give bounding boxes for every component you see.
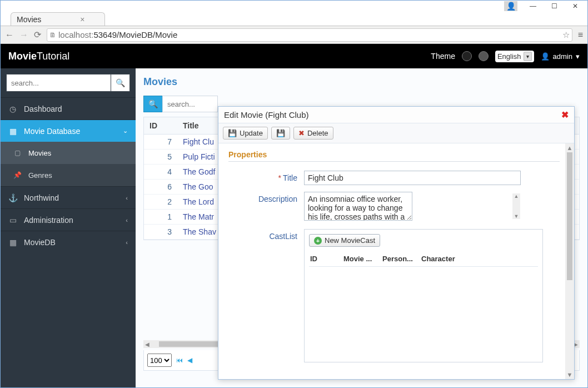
update-button-label: Update: [240, 129, 263, 137]
sidebar-subitem-label: Movies: [28, 149, 51, 157]
user-menu[interactable]: 👤 admin ▾: [541, 52, 580, 61]
sidebar-item-moviedb[interactable]: ▦ MovieDB ‹: [1, 231, 136, 253]
theme-label: Theme: [431, 52, 455, 61]
delete-icon: ✖: [298, 129, 305, 137]
delete-button[interactable]: ✖ Delete: [293, 127, 333, 140]
admin-icon: ▭: [8, 216, 17, 225]
label-castlist: CastList: [228, 229, 304, 241]
sidebar-search-button[interactable]: 🔍: [111, 74, 130, 92]
forward-button[interactable]: →: [19, 30, 28, 40]
update-button[interactable]: 💾 Update: [223, 127, 268, 140]
cell-id: 4: [144, 165, 177, 179]
sidebar-item-dashboard[interactable]: ◷ Dashboard: [1, 97, 136, 120]
save-icon: 💾: [276, 129, 285, 137]
theme-swatch-gray[interactable]: [479, 51, 489, 61]
page-size-select[interactable]: 100: [147, 354, 172, 367]
sidebar-search-input[interactable]: [6, 74, 111, 92]
textarea-scrollbar[interactable]: ▲▼: [512, 193, 520, 219]
pager-prev-button[interactable]: ◀: [187, 356, 192, 364]
cell-id: 6: [144, 180, 177, 194]
user-name: admin: [553, 52, 572, 61]
url-host: localhost:: [58, 30, 93, 39]
delete-button-label: Delete: [307, 129, 328, 137]
app-title: MovieTutorial: [8, 51, 69, 62]
title-field[interactable]: [304, 171, 521, 185]
cast-column-person[interactable]: Person...: [382, 255, 421, 263]
tab-close-icon[interactable]: ×: [80, 15, 84, 24]
sidebar-subitem-label: Genres: [28, 171, 52, 180]
cell-id: 5: [144, 150, 177, 164]
scroll-up-icon[interactable]: ▲: [567, 145, 573, 151]
url-bar[interactable]: 🗎 localhost:53649/MovieDB/Movie ☆: [47, 28, 572, 42]
cell-id: 3: [144, 225, 177, 239]
chevron-left-icon: ‹: [126, 195, 128, 201]
back-button[interactable]: ←: [5, 30, 14, 40]
cell-id: 1: [144, 210, 177, 224]
language-label: English: [497, 52, 521, 61]
pager-first-button[interactable]: ⏮: [176, 356, 183, 364]
moviedb-icon: ▦: [8, 238, 17, 247]
save-icon-button[interactable]: 💾: [271, 127, 290, 140]
bookmark-star-icon[interactable]: ☆: [562, 30, 570, 40]
sidebar-item-administration[interactable]: ▭ Administration ‹: [1, 208, 136, 231]
sidebar-subitem-movies[interactable]: ▢ Movies: [1, 142, 136, 164]
castlist-panel: + New MovieCast ID Movie ... Person... C…: [304, 229, 543, 362]
dialog-title: Edit Movie (Fight Club): [224, 110, 309, 120]
chevron-down-icon: ⌄: [123, 127, 128, 135]
os-close-button[interactable]: ✕: [570, 2, 581, 10]
new-moviecast-label: New MovieCast: [325, 236, 375, 245]
os-minimize-button[interactable]: —: [527, 2, 539, 10]
description-field[interactable]: An insomniac office worker, looking for …: [304, 192, 412, 221]
chevron-down-icon: ▾: [576, 52, 580, 61]
os-user-icon[interactable]: 👤: [504, 1, 517, 11]
movie-db-icon: ▦: [8, 127, 17, 136]
cell-id: 7: [144, 135, 177, 149]
browser-menu-icon[interactable]: ≡: [578, 30, 583, 40]
dialog-vertical-scrollbar[interactable]: ▲ ▼: [565, 143, 574, 379]
scroll-down-icon[interactable]: ▼: [567, 371, 573, 378]
os-maximize-button[interactable]: ☐: [549, 2, 560, 10]
new-moviecast-button[interactable]: + New MovieCast: [309, 234, 380, 247]
scroll-thumb[interactable]: [567, 152, 572, 280]
cast-column-character[interactable]: Character: [421, 255, 537, 263]
cast-column-id[interactable]: ID: [310, 255, 343, 263]
plus-icon: +: [314, 237, 322, 245]
section-title-properties: Properties: [228, 150, 560, 162]
sidebar-item-label: MovieDB: [24, 238, 56, 247]
search-icon: 🔍: [148, 100, 158, 108]
theme-swatch-dark[interactable]: [462, 51, 472, 61]
dashboard-icon: ◷: [8, 105, 17, 113]
grid-search-input[interactable]: [162, 96, 218, 112]
sidebar-item-label: Administration: [24, 216, 73, 225]
chevron-down-icon: ▾: [524, 52, 532, 61]
genres-icon: 📌: [13, 171, 22, 179]
url-path: 53649/MovieDB/Movie: [93, 30, 177, 39]
page-title: Movies: [143, 76, 580, 88]
chevron-left-icon: ‹: [126, 239, 128, 246]
grid-search-button[interactable]: 🔍: [143, 96, 162, 112]
person-icon: 👤: [541, 52, 550, 61]
reload-button[interactable]: ⟳: [34, 29, 41, 40]
cast-column-movie[interactable]: Movie ...: [343, 255, 382, 263]
sidebar-item-label: Northwind: [24, 193, 59, 202]
save-icon: 💾: [228, 129, 237, 137]
sidebar-item-label: Dashboard: [24, 105, 62, 113]
tab-title: Movies: [17, 15, 41, 24]
edit-movie-dialog: Edit Movie (Fight Club) ✖ 💾 Update 💾 ✖ D…: [218, 106, 575, 380]
column-header-id[interactable]: ID: [144, 117, 177, 134]
dialog-close-button[interactable]: ✖: [561, 110, 569, 120]
site-info-icon[interactable]: 🗎: [49, 31, 56, 39]
sidebar-item-movie-database[interactable]: ▦ Movie Database ⌄: [1, 120, 136, 142]
cell-id: 2: [144, 195, 177, 209]
movies-icon: ▢: [13, 149, 22, 157]
label-title: *Title: [228, 171, 304, 185]
browser-tab[interactable]: Movies ×: [11, 12, 105, 26]
northwind-icon: ⚓: [8, 193, 17, 202]
label-description: Description: [228, 192, 304, 222]
sidebar-item-label: Movie Database: [24, 127, 80, 136]
sidebar-subitem-genres[interactable]: 📌 Genres: [1, 164, 136, 186]
sidebar-item-northwind[interactable]: ⚓ Northwind ‹: [1, 186, 136, 208]
search-icon: 🔍: [116, 78, 125, 87]
language-selector[interactable]: English ▾: [495, 51, 534, 62]
chevron-left-icon: ‹: [126, 217, 128, 223]
